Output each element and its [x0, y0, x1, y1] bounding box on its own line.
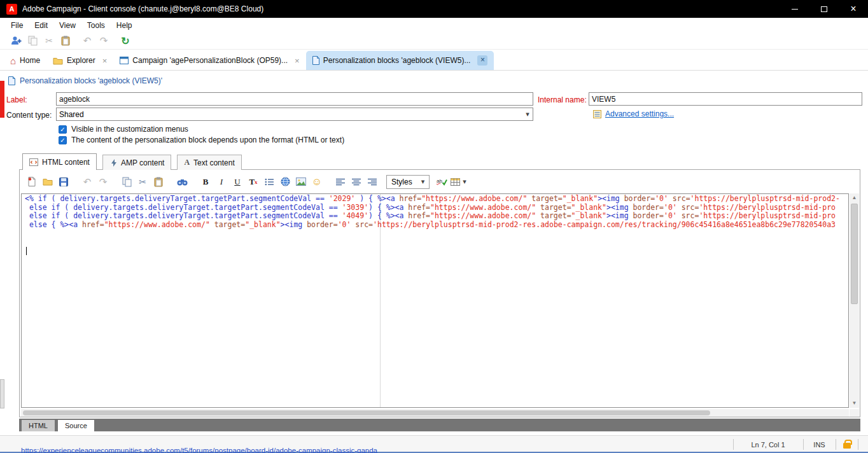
breadcrumb[interactable]: Personalization blocks 'ageblock (VIEW5)… — [20, 76, 162, 85]
redo-icon: ↷ — [99, 176, 108, 188]
format-checkbox[interactable]: ✓ — [59, 136, 67, 144]
align-left-icon — [336, 178, 345, 186]
horizontal-scrollbar[interactable] — [21, 409, 849, 417]
paste-button[interactable] — [57, 34, 74, 48]
editor-undo-button[interactable]: ↶ — [80, 175, 94, 189]
editor-redo-button[interactable]: ↷ — [96, 175, 110, 189]
advanced-settings-icon — [593, 110, 601, 118]
table-menu-button[interactable]: ▾ — [451, 175, 466, 189]
horizontal-scrollbar-thumb[interactable] — [23, 410, 710, 415]
editor-copy-button[interactable] — [120, 175, 134, 189]
adobe-logo-icon: A — [6, 4, 17, 15]
menu-item-help[interactable]: Help — [111, 21, 138, 30]
splitter-handle[interactable] — [0, 379, 4, 408]
underline-button[interactable]: U — [230, 175, 244, 189]
menu-item-edit[interactable]: Edit — [29, 21, 53, 30]
editor-cut-button[interactable]: ✂ — [136, 175, 150, 189]
new-document-button[interactable] — [25, 175, 39, 189]
open-button[interactable] — [41, 175, 55, 189]
scroll-up-icon[interactable]: ▲ — [850, 193, 859, 202]
advanced-settings-row: Advanced settings... — [593, 109, 674, 118]
code-area[interactable]: <% if ( delivery.targets.deliveryTarget.… — [22, 195, 840, 246]
code-editor[interactable]: <% if ( delivery.targets.deliveryTarget.… — [21, 193, 849, 408]
tab-html-content[interactable]: HTML content — [22, 153, 97, 170]
tab-explorer-label: Explorer — [67, 56, 95, 65]
close-button[interactable]: × — [839, 0, 868, 18]
editor-paste-button[interactable] — [151, 175, 165, 189]
advanced-settings-link[interactable]: Advanced settings... — [605, 109, 674, 118]
tab-personalization-blocks[interactable]: Personalization blocks 'ageblock (VIEW5)… — [306, 51, 494, 70]
folder-icon — [53, 57, 63, 65]
label-input[interactable] — [56, 92, 533, 106]
new-profile-button[interactable] — [8, 34, 24, 48]
editor-toolbar: ↶ ↷ ✂ B I U Tx — [20, 170, 860, 193]
align-right-icon — [368, 178, 377, 186]
tab-personalization-close-icon[interactable]: × — [477, 55, 487, 66]
tab-home-label: Home — [20, 56, 40, 65]
spellcheck-button[interactable]: ab — [435, 175, 449, 189]
view-tab-html-label: HTML — [29, 422, 48, 429]
bold-button[interactable]: B — [199, 175, 213, 189]
maximize-button[interactable] — [809, 0, 839, 18]
insert-emoticon-button[interactable]: ☺ — [310, 175, 324, 189]
text-content-icon: A — [184, 158, 190, 167]
undo-button[interactable]: ↶ — [79, 34, 95, 48]
align-center-button[interactable] — [349, 175, 363, 189]
insert-link-button[interactable] — [278, 175, 292, 189]
vertical-scrollbar[interactable]: ▲ ▼ — [850, 193, 859, 408]
copy-icon — [122, 177, 132, 187]
view-tab-source-label: Source — [65, 422, 87, 429]
bullet-list-button[interactable] — [262, 175, 276, 189]
find-button[interactable] — [175, 175, 189, 189]
text-caret — [26, 247, 27, 255]
content-type-value: Shared — [59, 110, 84, 119]
red-accent-bar — [0, 81, 4, 118]
html-content-icon — [29, 158, 38, 167]
italic-button[interactable]: I — [214, 175, 228, 189]
visible-checkbox-row: ✓ Visible in the customization menus — [59, 125, 188, 134]
styles-dropdown[interactable]: Styles ▾ — [386, 175, 430, 189]
copy-button[interactable] — [24, 34, 41, 48]
campaign-icon — [120, 57, 129, 64]
refresh-button[interactable]: ↻ — [117, 34, 134, 48]
view-tab-source[interactable]: Source — [58, 420, 94, 431]
insert-mode-indicator: INS — [804, 436, 835, 453]
tab-amp-content[interactable]: AMP content — [102, 155, 171, 170]
visible-checkbox[interactable]: ✓ — [59, 125, 67, 134]
tab-campaign[interactable]: Campaign 'agePersonalizationBlock (OP59)… — [113, 51, 305, 70]
tab-explorer-close-icon[interactable]: × — [102, 56, 108, 66]
menu-item-view[interactable]: View — [53, 21, 81, 30]
status-link-hint: https://experienceleaguecommunities.adob… — [21, 447, 377, 453]
tab-home[interactable]: ⌂ Home — [4, 51, 46, 70]
view-tab-html[interactable]: HTML — [22, 420, 55, 431]
content-tabbar: HTML content AMP content A Text content — [22, 153, 242, 170]
tab-explorer[interactable]: Explorer × — [46, 51, 113, 70]
content-type-select[interactable]: Shared ▾ — [56, 108, 533, 121]
internal-name-input[interactable] — [589, 92, 862, 106]
tab-html-content-label: HTML content — [42, 158, 90, 167]
minimize-button[interactable] — [780, 0, 809, 18]
document-icon — [8, 76, 15, 85]
insert-image-button[interactable] — [294, 175, 308, 189]
save-button[interactable] — [57, 175, 71, 189]
cut-button[interactable]: ✂ — [41, 34, 57, 48]
menu-item-file[interactable]: File — [5, 21, 29, 30]
tab-text-content[interactable]: A Text content — [177, 155, 241, 170]
open-folder-icon — [43, 178, 53, 186]
styles-dropdown-label: Styles — [391, 178, 412, 186]
refresh-icon: ↻ — [121, 35, 129, 47]
redo-button[interactable]: ↷ — [95, 34, 112, 48]
align-right-button[interactable] — [365, 175, 379, 189]
scroll-down-icon[interactable]: ▼ — [850, 399, 859, 408]
workspace-tabbar: ⌂ Home Explorer × Campaign 'agePersonali… — [0, 50, 868, 71]
chevron-down-icon: ▾ — [522, 110, 533, 118]
remove-format-button[interactable]: Tx — [246, 175, 260, 189]
binoculars-icon — [177, 178, 188, 186]
maximize-icon — [821, 6, 827, 12]
tab-campaign-close-icon[interactable]: × — [295, 56, 300, 66]
menu-item-tools[interactable]: Tools — [81, 21, 111, 30]
align-left-button[interactable] — [333, 175, 347, 189]
vertical-scrollbar-thumb[interactable] — [851, 204, 858, 304]
format-checkbox-label: The content of the personalization block… — [71, 136, 344, 144]
titlebar: A Adobe Campaign - Client console (chanu… — [0, 0, 868, 18]
